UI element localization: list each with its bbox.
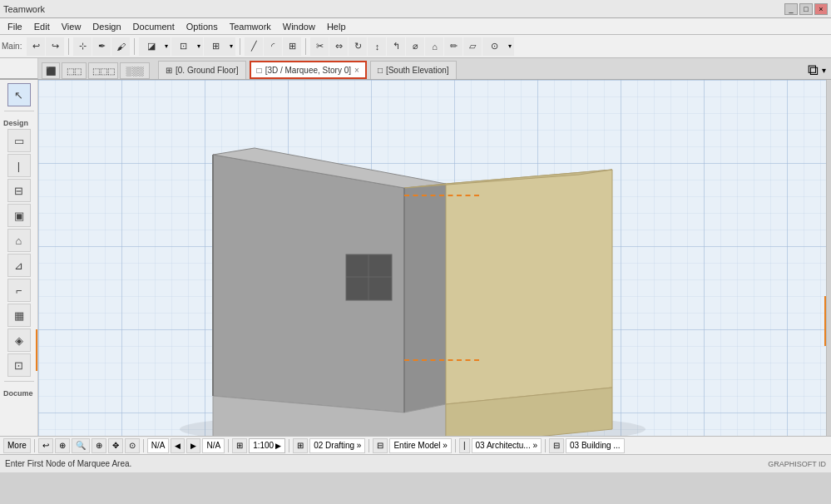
right-edge: [826, 80, 831, 436]
zoom-region[interactable]: ⊙: [125, 438, 140, 453]
marquee-indicator-bottom: [404, 359, 479, 361]
model-section[interactable]: Entire Model »: [389, 438, 451, 453]
menu-edit[interactable]: Edit: [28, 20, 56, 33]
marquee-dropdown[interactable]: ⊡ ▾: [171, 37, 203, 56]
wall-tool[interactable]: ▭: [7, 129, 31, 152]
main-area: ↖ Design ▭ | ⊟ ▣ ⌂ ⊿ ⌐ ▦ ◈ ⊡ Docume: [0, 80, 831, 436]
trim-tool[interactable]: ⌀: [406, 37, 424, 56]
zoom-out[interactable]: ⊕: [92, 438, 106, 453]
sec-btn-2[interactable]: ⬚⬚: [62, 62, 87, 79]
layer-icon[interactable]: ⊞: [293, 438, 308, 453]
window-tool[interactable]: ▦: [7, 304, 31, 327]
fill-tool[interactable]: ▱: [463, 37, 482, 56]
svg-marker-4: [404, 184, 446, 413]
nav-arrow-left[interactable]: ◀: [171, 438, 185, 453]
scale-display[interactable]: 1:100 ▶: [249, 438, 285, 453]
view-dropdown-icon[interactable]: ▾: [822, 66, 826, 75]
window-controls: _ □ ×: [784, 3, 828, 15]
pen-tool[interactable]: ✏: [444, 37, 462, 56]
zoom-fit[interactable]: ⊕: [55, 438, 70, 453]
nav-arrow-right[interactable]: ▶: [186, 438, 200, 453]
left-sidebar: ↖ Design ▭ | ⊟ ▣ ⌂ ⊿ ⌐ ▦ ◈ ⊡ Docume: [0, 80, 38, 436]
tab-3d-view[interactable]: □ [3D / Marquee, Story 0] ×: [250, 61, 367, 79]
maximize-button[interactable]: □: [799, 3, 813, 15]
mirror-tool[interactable]: ⇔: [329, 37, 348, 56]
stair-tool[interactable]: ⊿: [7, 254, 31, 277]
offset-tool[interactable]: ↰: [387, 37, 405, 56]
pan-btn[interactable]: ✥: [108, 438, 123, 453]
menu-file[interactable]: File: [2, 20, 28, 33]
right-edge-orange: [824, 296, 826, 346]
close-button[interactable]: ×: [814, 3, 828, 15]
main-toolbar: Main: ↩ ↪ ⊹ ✒ 🖌 ◪ ▾ ⊡ ▾ ⊞ ▾ ╱ ◜ ⊞ ✂ ⇔ ↻ …: [0, 35, 831, 58]
grid-dropdown[interactable]: ⊞ ▾: [204, 37, 235, 56]
menu-design[interactable]: Design: [87, 20, 126, 33]
object-tool[interactable]: ◈: [7, 329, 31, 352]
design-label: Design: [3, 119, 28, 127]
drafting-section[interactable]: 02 Drafting »: [309, 438, 365, 453]
more-button[interactable]: More: [3, 438, 31, 453]
resize-tool[interactable]: ↕: [368, 37, 386, 56]
toolbar-snap: ╱ ◜ ⊞: [245, 37, 301, 56]
tab-south-elevation[interactable]: □ [South Elevation]: [370, 61, 457, 79]
set-scale[interactable]: ⊞: [232, 438, 247, 453]
eyedrop-tool[interactable]: ✒: [92, 37, 111, 56]
pen-icon[interactable]: |: [459, 438, 470, 453]
menu-options[interactable]: Options: [181, 20, 224, 33]
select-btn[interactable]: ◪: [139, 37, 162, 56]
arch-section[interactable]: 03 Architectu... »: [472, 438, 542, 453]
menu-help[interactable]: Help: [321, 20, 352, 33]
menu-document[interactable]: Document: [127, 20, 181, 33]
tab-floor-plan[interactable]: ⊞ [0. Ground Floor]: [158, 61, 246, 79]
toolbar-standard: ↩ ↪: [27, 37, 64, 56]
line-tool[interactable]: ╱: [245, 37, 263, 56]
marquee-btn[interactable]: ⊡: [171, 37, 195, 56]
view-dropdown-arrow[interactable]: ▾: [506, 37, 514, 56]
tab-3d-close[interactable]: ×: [354, 66, 359, 75]
viewport[interactable]: [38, 80, 826, 436]
build-icon[interactable]: ⊟: [549, 438, 564, 453]
roof-tool-side[interactable]: ⌂: [7, 229, 31, 252]
minimize-button[interactable]: _: [784, 3, 798, 15]
snap-tool[interactable]: ⊞: [283, 37, 301, 56]
cut-tool[interactable]: ✂: [310, 37, 329, 56]
nav-value-2: N/A: [202, 438, 225, 453]
view-options-icon[interactable]: ⧉: [808, 62, 819, 79]
scale-arrow[interactable]: ▶: [275, 442, 281, 450]
paint-tool[interactable]: 🖌: [111, 37, 130, 56]
marquee-dropdown-arrow[interactable]: ▾: [195, 37, 203, 56]
undo-button[interactable]: ↩: [27, 37, 45, 56]
undo-nav[interactable]: ↩: [38, 438, 53, 453]
model-label: Entire Model »: [393, 441, 447, 450]
select-dropdown[interactable]: ◪ ▾: [139, 37, 171, 56]
zoom-in[interactable]: 🔍: [72, 438, 90, 453]
view-btn[interactable]: ⊙: [482, 37, 506, 56]
slab-tool[interactable]: ▣: [7, 204, 31, 227]
sec-btn-3[interactable]: ⬚⬚⬚: [88, 62, 118, 79]
scale-value: 1:100: [253, 441, 274, 450]
grid-btn[interactable]: ⊞: [204, 37, 227, 56]
column-tool[interactable]: |: [7, 154, 31, 177]
main-toolbar-label: Main:: [2, 42, 22, 51]
pointer-tool[interactable]: ⊹: [73, 37, 92, 56]
roof-tool[interactable]: ⌂: [425, 37, 443, 56]
building-section[interactable]: 03 Building ...: [566, 438, 625, 453]
arc-tool[interactable]: ◜: [264, 37, 282, 56]
filter-icon[interactable]: ⊟: [373, 438, 388, 453]
grid-dropdown-arrow[interactable]: ▾: [227, 37, 235, 56]
sec-btn-1[interactable]: ⬛: [42, 62, 60, 79]
beam-tool[interactable]: ⊟: [7, 179, 31, 202]
menu-view[interactable]: View: [56, 20, 87, 33]
menu-teamwork[interactable]: Teamwork: [224, 20, 277, 33]
rotate-tool[interactable]: ↻: [349, 37, 367, 56]
orange-indicator: [36, 329, 37, 371]
door-tool[interactable]: ⌐: [7, 279, 31, 302]
menu-window[interactable]: Window: [277, 20, 321, 33]
select-dropdown-arrow[interactable]: ▾: [162, 37, 171, 56]
sec-btn-4[interactable]: ░░░: [120, 62, 150, 79]
zone-tool[interactable]: ⊡: [7, 353, 31, 377]
cursor-tool[interactable]: ↖: [7, 83, 31, 106]
building-label: 03 Building ...: [570, 441, 621, 450]
redo-button[interactable]: ↪: [46, 37, 64, 56]
view-dropdown[interactable]: ⊙ ▾: [482, 37, 514, 56]
